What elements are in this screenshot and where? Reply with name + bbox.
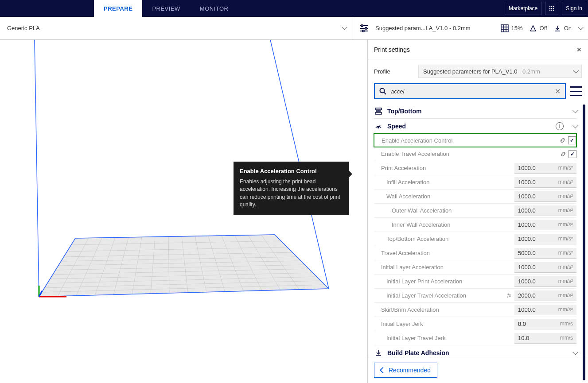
svg-point-13 bbox=[365, 27, 367, 29]
setting-initial-layer-travel-jerk[interactable]: Initial Layer Travel Jerk mm/s bbox=[374, 331, 576, 345]
tab-preview[interactable]: PREVIEW bbox=[142, 0, 190, 17]
print-settings-panel: Print settings ✕ Profile Suggested param… bbox=[367, 40, 588, 383]
summary-adhesion: On bbox=[553, 24, 572, 32]
value-input[interactable] bbox=[518, 207, 549, 214]
svg-point-3 bbox=[549, 8, 551, 9]
section-speed[interactable]: Speed i bbox=[374, 119, 576, 134]
sliders-icon bbox=[359, 24, 369, 33]
value-input[interactable] bbox=[518, 236, 549, 242]
value-input[interactable] bbox=[518, 250, 549, 256]
infill-icon bbox=[501, 24, 509, 32]
chevron-down-icon bbox=[572, 107, 576, 115]
svg-marker-24 bbox=[39, 235, 329, 297]
link-icon[interactable] bbox=[557, 137, 568, 144]
search-icon bbox=[379, 88, 386, 95]
chevron-down-icon bbox=[573, 68, 577, 75]
setting-inner-wall-acceleration[interactable]: Inner Wall Acceleration mm/s² bbox=[374, 218, 576, 232]
setting-tooltip: Enable Acceleration Control Enables adju… bbox=[234, 162, 349, 215]
summary-support: Off bbox=[529, 24, 547, 32]
chevron-left-icon bbox=[381, 367, 385, 374]
setting-print-acceleration[interactable]: Print Acceleration mm/s² bbox=[374, 161, 576, 175]
svg-point-14 bbox=[362, 30, 364, 32]
value-input[interactable] bbox=[518, 221, 549, 228]
tab-monitor[interactable]: MONITOR bbox=[190, 0, 238, 17]
tooltip-title: Enable Acceleration Control bbox=[240, 168, 343, 174]
material-dropdown[interactable]: Generic PLA bbox=[0, 17, 353, 39]
section-top-bottom[interactable]: Top/Bottom bbox=[374, 104, 576, 119]
setting-outer-wall-acceleration[interactable]: Outer Wall Acceleration mm/s² bbox=[374, 204, 576, 218]
profile-dropdown[interactable]: Suggested parameters for PLA_V1.0 - 0.2m… bbox=[418, 65, 582, 78]
config-bar: Generic PLA Suggested param...LA_V1.0 - … bbox=[0, 17, 588, 40]
chevron-down-icon bbox=[578, 25, 582, 31]
value-input[interactable] bbox=[518, 306, 549, 313]
material-name: Generic PLA bbox=[7, 25, 40, 31]
settings-list[interactable]: Top/Bottom Speed i Enable Acceleration C… bbox=[368, 104, 588, 357]
setting-skirt-brim-acceleration[interactable]: Skirt/Brim Acceleration mm/s² bbox=[374, 303, 576, 317]
setting-enable-travel-acceleration[interactable]: Enable Travel Acceleration bbox=[374, 147, 576, 161]
svg-line-22 bbox=[35, 40, 39, 297]
svg-point-0 bbox=[549, 6, 551, 8]
svg-point-5 bbox=[553, 8, 554, 9]
link-icon[interactable] bbox=[558, 151, 569, 158]
svg-rect-60 bbox=[375, 112, 382, 114]
stage-tabs: PREPARE PREVIEW MONITOR bbox=[94, 0, 238, 17]
summary-infill: 15% bbox=[501, 24, 523, 32]
settings-summary[interactable]: Suggested param...LA_V1.0 - 0.2mm 15% Of… bbox=[353, 17, 588, 39]
setting-initial-layer-print-acceleration[interactable]: Initial Layer Print Acceleration mm/s² bbox=[374, 275, 576, 289]
info-icon[interactable]: i bbox=[556, 122, 564, 130]
svg-point-7 bbox=[551, 10, 553, 11]
value-input[interactable] bbox=[518, 193, 549, 200]
setting-initial-layer-travel-acceleration[interactable]: Initial Layer Travel Acceleration fx mm/… bbox=[374, 289, 576, 303]
svg-point-12 bbox=[361, 25, 363, 27]
svg-point-8 bbox=[553, 10, 554, 11]
svg-point-57 bbox=[380, 89, 385, 93]
settings-visibility-menu[interactable] bbox=[570, 86, 582, 96]
close-icon[interactable]: ✕ bbox=[576, 46, 582, 53]
support-icon bbox=[529, 24, 537, 32]
summary-profile: Suggested param...LA_V1.0 - 0.2mm bbox=[375, 25, 495, 31]
clear-search-icon[interactable]: ✕ bbox=[555, 87, 561, 96]
svg-point-1 bbox=[551, 6, 553, 8]
value-input[interactable] bbox=[518, 278, 549, 285]
tab-prepare[interactable]: PREPARE bbox=[94, 0, 142, 17]
value-input[interactable] bbox=[518, 335, 549, 341]
svg-line-58 bbox=[384, 93, 386, 95]
signin-button[interactable]: Sign in bbox=[562, 2, 586, 15]
apps-icon[interactable] bbox=[545, 2, 558, 15]
checkbox[interactable] bbox=[569, 150, 576, 158]
value-input[interactable] bbox=[518, 264, 549, 271]
value-input[interactable] bbox=[518, 179, 549, 186]
profile-label: Profile bbox=[374, 68, 413, 75]
value-input[interactable] bbox=[518, 165, 549, 171]
chevron-down-icon bbox=[572, 122, 576, 130]
section-build-plate-adhesion[interactable]: Build Plate Adhesion bbox=[374, 345, 576, 357]
svg-rect-15 bbox=[501, 25, 508, 32]
search-input[interactable] bbox=[391, 88, 550, 95]
checkbox[interactable] bbox=[568, 136, 576, 144]
adhesion-icon bbox=[374, 348, 383, 357]
setting-wall-acceleration[interactable]: Wall Acceleration mm/s² bbox=[374, 190, 576, 204]
value-input[interactable] bbox=[518, 321, 549, 327]
adhesion-icon bbox=[553, 24, 561, 32]
setting-enable-acceleration-control[interactable]: Enable Acceleration Control bbox=[374, 133, 577, 147]
value-input[interactable] bbox=[518, 292, 549, 299]
setting-initial-layer-jerk[interactable]: Initial Layer Jerk mm/s bbox=[374, 317, 576, 331]
build-plate-viewport[interactable]: Enable Acceleration Control Enables adju… bbox=[0, 40, 367, 383]
panel-title: Print settings bbox=[374, 46, 410, 53]
recommended-button[interactable]: Recommended bbox=[374, 363, 437, 378]
chevron-down-icon bbox=[572, 349, 576, 357]
marketplace-button[interactable]: Marketplace bbox=[505, 2, 541, 15]
top-bar: PREPARE PREVIEW MONITOR Marketplace Sign… bbox=[0, 0, 588, 17]
setting-travel-acceleration[interactable]: Travel Acceleration mm/s² bbox=[374, 246, 576, 260]
scrollbar[interactable] bbox=[583, 104, 585, 380]
speed-icon bbox=[374, 122, 383, 131]
svg-rect-59 bbox=[375, 108, 382, 110]
svg-point-6 bbox=[549, 10, 551, 11]
setting-topbottom-acceleration[interactable]: Top/Bottom Acceleration mm/s² bbox=[374, 232, 576, 246]
setting-infill-acceleration[interactable]: Infill Acceleration mm/s² bbox=[374, 175, 576, 190]
setting-initial-layer-acceleration[interactable]: Initial Layer Acceleration mm/s² bbox=[374, 260, 576, 275]
tooltip-body: Enables adjusting the print head acceler… bbox=[240, 178, 343, 209]
panel-header: Print settings ✕ bbox=[368, 40, 588, 59]
settings-search[interactable]: ✕ bbox=[374, 83, 566, 99]
formula-icon[interactable]: fx bbox=[504, 293, 514, 299]
